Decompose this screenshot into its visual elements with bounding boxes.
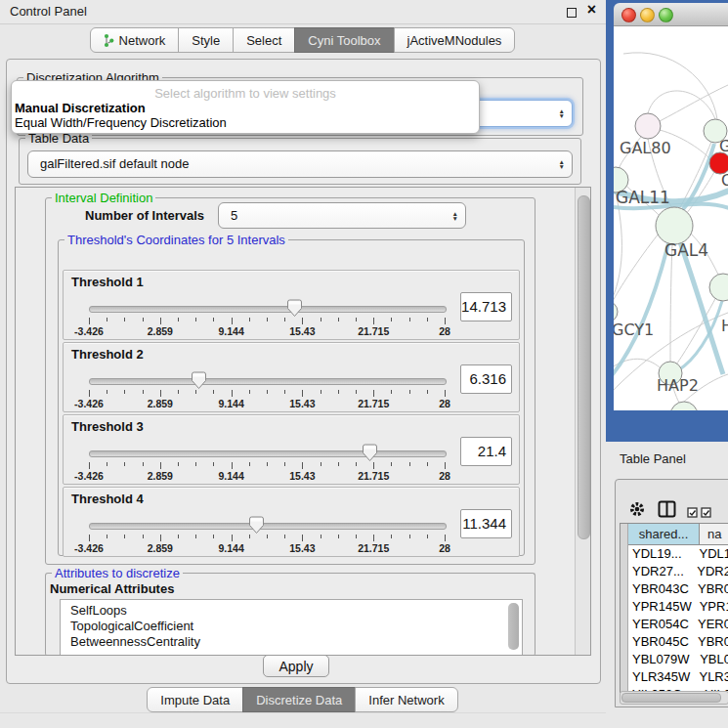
- slider-thumb[interactable]: [362, 444, 378, 462]
- network-node-gal4[interactable]: [656, 207, 693, 244]
- tick-mark: [302, 318, 303, 324]
- slider-thumb[interactable]: [191, 371, 207, 390]
- checkbox-checked-icon[interactable]: [701, 504, 711, 522]
- cell-name[interactable]: YPR1: [692, 598, 728, 616]
- table-data-select[interactable]: galFiltered.sif default node ▲▼: [27, 150, 573, 178]
- tick-mark: [160, 318, 161, 324]
- tick-mark: [391, 462, 392, 466]
- cell-name[interactable]: YBR0: [690, 580, 728, 598]
- slider-track[interactable]: [89, 450, 447, 457]
- vertical-scrollbar[interactable]: [575, 188, 590, 655]
- network-node-gcy1[interactable]: [614, 301, 618, 322]
- threshold-value-field[interactable]: 6.316: [460, 364, 512, 394]
- cell-shared-name[interactable]: YLR345W: [628, 668, 691, 686]
- vertical-scrollbar-thumb[interactable]: [578, 195, 590, 539]
- tick-mark: [321, 535, 321, 538]
- tab-cyni-toolbox[interactable]: Cyni Toolbox: [294, 27, 394, 53]
- number-of-intervals-select[interactable]: 5 ▲▼: [218, 202, 466, 229]
- table-row[interactable]: YER054CYER0: [628, 616, 728, 633]
- threshold-value-field[interactable]: 21.4: [460, 437, 512, 466]
- network-node[interactable]: [670, 402, 698, 410]
- tick-mark: [178, 318, 179, 321]
- slider-track[interactable]: [89, 523, 447, 530]
- horizontal-scrollbar-thumb[interactable]: [621, 693, 721, 703]
- cell-name[interactable]: YBL0: [692, 651, 728, 668]
- cell-shared-name[interactable]: YDL19...: [628, 545, 691, 563]
- scale-label: 2.859: [136, 470, 185, 482]
- cell-name[interactable]: YER0: [690, 616, 728, 633]
- cell-shared-name[interactable]: YBR045C: [628, 633, 690, 651]
- network-node-h[interactable]: [709, 274, 728, 301]
- cell-shared-name[interactable]: YER054C: [628, 616, 690, 633]
- checkbox-checked-icon[interactable]: [687, 504, 698, 522]
- tick-mark: [445, 462, 446, 469]
- table-row[interactable]: YDL19...YDL1: [628, 545, 728, 563]
- cell-shared-name[interactable]: YBR043C: [628, 580, 690, 598]
- column-header-shared-name[interactable]: shared...: [628, 524, 700, 545]
- scale-label: 21.715: [349, 470, 398, 482]
- column-header-name[interactable]: na: [700, 524, 728, 545]
- tick-mark: [445, 390, 446, 397]
- tab-jactivemnodules[interactable]: jActiveMNodules: [394, 27, 516, 53]
- threshold-value-field[interactable]: 11.344: [460, 509, 512, 538]
- cell-shared-name[interactable]: YPR145W: [628, 598, 692, 616]
- slider-track[interactable]: [89, 306, 447, 313]
- slider-thumb[interactable]: [248, 516, 265, 535]
- table-row[interactable]: YLR345WYLR3: [628, 668, 728, 686]
- scale-label: 21.715: [349, 325, 398, 337]
- tab-label: Cyni Toolbox: [308, 33, 380, 48]
- cell-name[interactable]: YLR3: [691, 668, 728, 686]
- cell-shared-name[interactable]: YBL079W: [628, 651, 692, 668]
- list-scrollbar[interactable]: [508, 603, 519, 650]
- threshold-4-panel: Threshold 4-3.4262.8599.14415.4321.71528…: [63, 487, 520, 557]
- apply-button[interactable]: Apply: [263, 655, 329, 677]
- algorithm-option-equal-width[interactable]: Equal Width/Frequency Discretization: [15, 115, 227, 130]
- tick-mark: [232, 318, 233, 324]
- attribute-item-topologicalcoefficient[interactable]: TopologicalCoefficient: [61, 619, 522, 634]
- tab-impute-data[interactable]: Impute Data: [147, 687, 243, 712]
- horizontal-scrollbar[interactable]: [620, 691, 728, 705]
- tab-select[interactable]: Select: [233, 27, 295, 53]
- tab-infer-network[interactable]: Infer Network: [355, 687, 457, 712]
- table-row[interactable]: YBR043CYBR0: [628, 580, 728, 598]
- algorithm-option-manual[interactable]: Manual Discretization: [15, 101, 146, 115]
- cell-name[interactable]: YDL1: [691, 545, 728, 563]
- tick-mark: [338, 318, 339, 321]
- tab-style[interactable]: Style: [178, 27, 234, 53]
- attribute-item-betweennesscentrality[interactable]: BetweennessCentrality: [61, 634, 522, 650]
- tick-mark: [373, 462, 374, 469]
- cell-shared-name[interactable]: YDR27...: [628, 563, 689, 580]
- cell-name[interactable]: YDR2: [689, 563, 728, 580]
- table-row[interactable]: YBL079WYBL0: [628, 651, 728, 668]
- thresholds-group: Threshold's Coordinates for 5 Intervals …: [58, 239, 525, 556]
- tick-mark: [356, 535, 357, 538]
- minimize-traffic-light-icon[interactable]: [640, 8, 655, 22]
- tick-mark: [409, 390, 410, 394]
- tick-mark: [338, 535, 339, 538]
- node-attribute-table[interactable]: shared... na YDL19...YDL1YDR27...YDR2YBR…: [620, 523, 728, 693]
- threshold-value-field[interactable]: 14.713: [460, 292, 512, 321]
- window-close-icon[interactable]: ×: [587, 1, 596, 19]
- panel-title: Control Panel: [10, 4, 87, 19]
- slider-thumb[interactable]: [286, 299, 303, 318]
- network-view-canvas[interactable]: GAL80GCGAL11GAL4HGCY1HAP2: [614, 26, 728, 410]
- table-row[interactable]: YPR145WYPR1: [628, 598, 728, 616]
- tick-mark: [124, 462, 125, 466]
- tick-mark: [143, 462, 144, 466]
- slider-track[interactable]: [89, 378, 447, 385]
- numerical-attributes-list[interactable]: SelfLoopsTopologicalCoefficientBetweenne…: [60, 599, 523, 656]
- node-label: GAL80: [620, 139, 671, 157]
- table-row[interactable]: YBR045CYBR0: [628, 633, 728, 651]
- gear-icon[interactable]: [628, 500, 646, 522]
- attribute-item-selfloops[interactable]: SelfLoops: [61, 600, 522, 619]
- network-node-gal80[interactable]: [635, 113, 661, 139]
- cell-name[interactable]: YBR0: [690, 633, 728, 651]
- zoom-traffic-light-icon[interactable]: [659, 8, 673, 22]
- split-columns-icon[interactable]: [658, 500, 676, 522]
- close-traffic-light-icon[interactable]: [621, 8, 636, 22]
- table-row[interactable]: YDR27...YDR2: [628, 563, 728, 580]
- divider: [0, 712, 606, 713]
- window-float-icon[interactable]: [567, 8, 577, 18]
- tab-discretize-data[interactable]: Discretize Data: [242, 687, 356, 712]
- tab-network[interactable]: Network: [90, 27, 180, 53]
